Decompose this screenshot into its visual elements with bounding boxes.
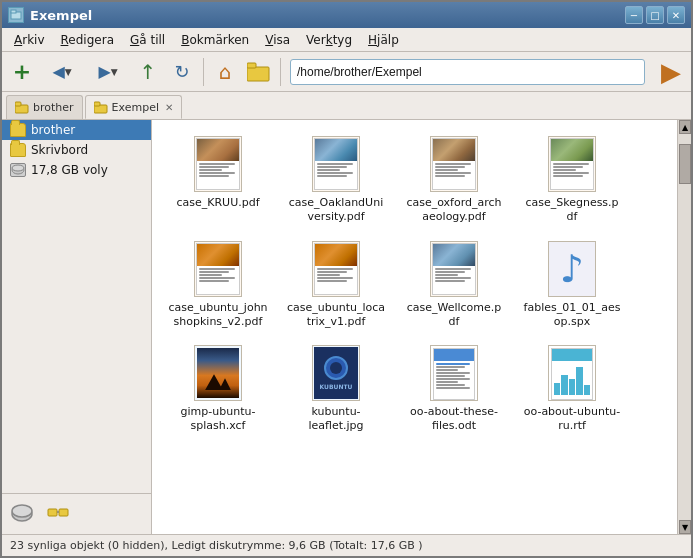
audio-icon: ♪ (560, 247, 584, 291)
file-name: case_ubuntu_locatrix_v1.pdf (286, 301, 386, 330)
menu-visa[interactable]: Visa (257, 31, 298, 49)
scroll-up-button[interactable]: ▲ (679, 120, 691, 134)
scroll-thumb[interactable] (679, 144, 691, 184)
title-buttons: − □ ✕ (625, 6, 685, 24)
sidebar-item-skrivbord[interactable]: Skrivbord (2, 140, 151, 160)
file-name: case_Wellcome.pdf (404, 301, 504, 330)
folder-icon (247, 61, 271, 83)
file-thumbnail (430, 345, 478, 401)
toolbar-separator-2 (280, 58, 281, 86)
file-item[interactable]: gimp-ubuntu-splash.xcf (164, 341, 272, 438)
sidebar-drive-icon (10, 163, 26, 177)
window-title: Exempel (30, 8, 92, 23)
svg-rect-12 (48, 509, 57, 516)
svg-rect-3 (247, 63, 256, 68)
file-name: case_KRUU.pdf (176, 196, 259, 210)
sidebar-drive-btn[interactable] (6, 498, 38, 530)
main-content: brother Skrivbord 17,8 GB voly (2, 120, 691, 534)
tab-exempel-label: Exempel (112, 101, 159, 114)
file-thumbnail (312, 136, 360, 192)
menu-hjalp[interactable]: Hjälp (360, 31, 407, 49)
forward-icon: ▶ (98, 62, 110, 81)
sidebar-label-brother: brother (31, 123, 75, 137)
file-item[interactable]: case_ubuntu_locatrix_v1.pdf (282, 237, 390, 334)
network-btn-icon (46, 503, 70, 525)
tab-brother[interactable]: brother (6, 95, 83, 119)
file-name: case_Skegness.pdf (522, 196, 622, 225)
file-item[interactable]: case_ubuntu_johnshopkins_v2.pdf (164, 237, 272, 334)
back-button[interactable]: ◀ ▼ (40, 56, 84, 88)
file-item[interactable]: oo-about-these-files.odt (400, 341, 508, 438)
main-window: Exempel − □ ✕ Arkiv Redigera Gå till Bok… (0, 0, 693, 558)
menu-arkiv[interactable]: Arkiv (6, 31, 53, 49)
svg-rect-13 (59, 509, 68, 516)
status-text: 23 synliga objekt (0 hidden), Ledigt dis… (10, 539, 423, 552)
file-thumbnail (312, 241, 360, 297)
menu-redigera[interactable]: Redigera (53, 31, 122, 49)
sidebar-label-skrivbord: Skrivbord (31, 143, 88, 157)
file-area: case_KRUU.pdf (152, 120, 677, 534)
go-icon: ▶ (661, 59, 681, 85)
sidebar-label-drive: 17,8 GB voly (31, 163, 108, 177)
back-icon: ◀ (52, 62, 64, 81)
up-button[interactable]: ↑ (132, 56, 164, 88)
add-icon: + (13, 61, 31, 83)
tab-close-button[interactable]: ✕ (165, 102, 173, 113)
svg-rect-2 (247, 67, 269, 81)
address-bar (290, 59, 645, 85)
menu-bokmarken[interactable]: Bokmärken (173, 31, 257, 49)
refresh-icon: ↻ (174, 61, 189, 82)
sidebar-item-brother[interactable]: brother (2, 120, 151, 140)
file-thumbnail (194, 241, 242, 297)
scrollbar[interactable]: ▲ ▼ (677, 120, 691, 534)
menu-ga-till[interactable]: Gå till (122, 31, 173, 49)
minimize-button[interactable]: − (625, 6, 643, 24)
maximize-button[interactable]: □ (646, 6, 664, 24)
window-icon (8, 7, 24, 23)
close-button[interactable]: ✕ (667, 6, 685, 24)
file-thumbnail (430, 241, 478, 297)
home-button[interactable]: ⌂ (209, 56, 241, 88)
file-scroll[interactable]: case_KRUU.pdf (152, 120, 677, 534)
svg-point-9 (12, 165, 24, 171)
scroll-down-button[interactable]: ▼ (679, 520, 691, 534)
go-button[interactable]: ▶ (655, 56, 687, 88)
tab-bar: brother Exempel ✕ (2, 92, 691, 120)
file-item[interactable]: ♪ fables_01_01_aesop.spx (518, 237, 626, 334)
tab-brother-label: brother (33, 101, 74, 114)
file-item[interactable]: KUBUNTU kubuntu-leaflet.jpg (282, 341, 390, 438)
menu-verktyg[interactable]: Verktyg (298, 31, 360, 49)
title-bar-left: Exempel (8, 7, 92, 23)
file-thumbnail: ♪ (548, 241, 596, 297)
file-item[interactable]: case_Skegness.pdf (518, 132, 626, 229)
file-name: case_oxford_archaeology.pdf (404, 196, 504, 225)
file-item[interactable]: case_oxford_archaeology.pdf (400, 132, 508, 229)
folder-tab-icon-2 (94, 101, 108, 114)
file-name: kubuntu-leaflet.jpg (286, 405, 386, 434)
file-item[interactable]: case_Wellcome.pdf (400, 237, 508, 334)
svg-point-11 (12, 505, 32, 517)
file-name: case_ubuntu_johnshopkins_v2.pdf (168, 301, 268, 330)
add-button[interactable]: + (6, 56, 38, 88)
folder-button[interactable] (243, 56, 275, 88)
sidebar-item-drive[interactable]: 17,8 GB voly (2, 160, 151, 180)
file-name: oo-about-these-files.odt (404, 405, 504, 434)
sidebar-network-btn[interactable] (42, 498, 74, 530)
file-item[interactable]: oo-about-ubuntu-ru.rtf (518, 341, 626, 438)
svg-rect-5 (15, 102, 21, 106)
file-thumbnail (548, 136, 596, 192)
sidebar-bottom (2, 493, 151, 534)
file-thumbnail (194, 136, 242, 192)
refresh-button[interactable]: ↻ (166, 56, 198, 88)
sidebar-folder-icon-skrivbord (10, 143, 26, 157)
home-icon: ⌂ (219, 60, 232, 84)
forward-button[interactable]: ▶ ▼ (86, 56, 130, 88)
file-item[interactable]: case_OaklandUniversity.pdf (282, 132, 390, 229)
file-item[interactable]: case_KRUU.pdf (164, 132, 272, 229)
file-thumbnail (430, 136, 478, 192)
address-input[interactable] (290, 59, 645, 85)
tab-exempel[interactable]: Exempel ✕ (85, 95, 183, 119)
folder-tab-icon-1 (15, 101, 29, 114)
up-icon: ↑ (140, 60, 157, 84)
drive-btn-icon (10, 503, 34, 525)
